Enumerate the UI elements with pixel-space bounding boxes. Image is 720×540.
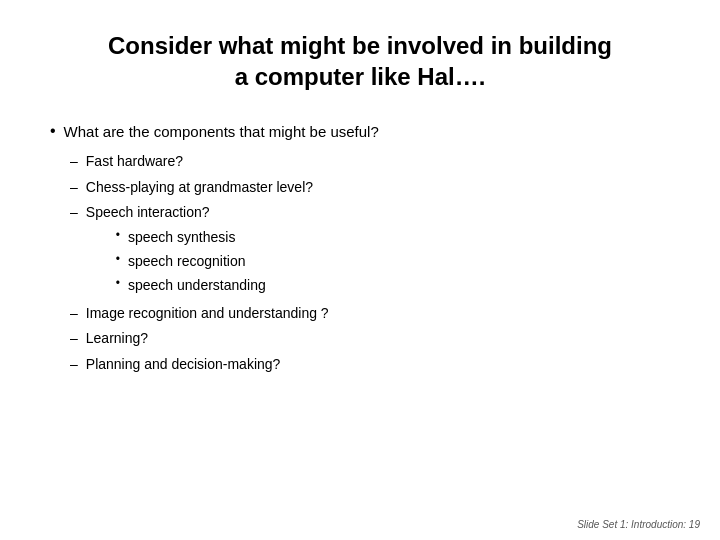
dash-item-text: Fast hardware? (86, 150, 183, 172)
dot-symbol: • (116, 226, 120, 245)
dash-item-learning: – Learning? (70, 327, 670, 349)
dash-symbol: – (70, 353, 78, 375)
slide-content: • What are the components that might be … (50, 120, 670, 375)
title-line1: Consider what might be involved in build… (108, 32, 612, 59)
dot-item-text: speech synthesis (128, 226, 235, 248)
dash-item-text: Speech interaction? (86, 204, 210, 220)
dash-item-image: – Image recognition and understanding ? (70, 302, 670, 324)
dash-item-planning: – Planning and decision-making? (70, 353, 670, 375)
dash-item-text: Chess-playing at grandmaster level? (86, 176, 313, 198)
dot-item-text: speech recognition (128, 250, 246, 272)
slide: Consider what might be involved in build… (0, 0, 720, 540)
slide-title: Consider what might be involved in build… (50, 30, 670, 92)
dot-symbol: • (116, 250, 120, 269)
dash-item-text: Learning? (86, 327, 148, 349)
dot-item-synthesis: • speech synthesis (116, 226, 266, 248)
bullet-dot: • (50, 120, 56, 142)
dash-symbol: – (70, 150, 78, 172)
dash-symbol: – (70, 302, 78, 324)
dash-symbol: – (70, 327, 78, 349)
main-question: What are the components that might be us… (64, 120, 379, 144)
slide-footer: Slide Set 1: Introduction: 19 (577, 519, 700, 530)
footer-text: Slide Set 1: Introduction: 19 (577, 519, 700, 530)
main-bullet-item: • What are the components that might be … (50, 120, 670, 144)
dash-item-fast-hardware: – Fast hardware? (70, 150, 670, 172)
dash-item-speech: – Speech interaction? • speech synthesis… (70, 201, 670, 299)
dot-item-recognition: • speech recognition (116, 250, 266, 272)
dash-symbol: – (70, 201, 78, 223)
dash-list: – Fast hardware? – Chess-playing at gran… (70, 150, 670, 375)
dot-symbol: • (116, 274, 120, 293)
speech-sub-list: • speech synthesis • speech recognition … (116, 226, 266, 297)
dot-item-text: speech understanding (128, 274, 266, 296)
dash-item-text: Planning and decision-making? (86, 353, 281, 375)
dot-item-understanding: • speech understanding (116, 274, 266, 296)
dash-symbol: – (70, 176, 78, 198)
title-line2: a computer like Hal…. (235, 63, 486, 90)
dash-item-chess: – Chess-playing at grandmaster level? (70, 176, 670, 198)
dash-item-text: Image recognition and understanding ? (86, 302, 329, 324)
